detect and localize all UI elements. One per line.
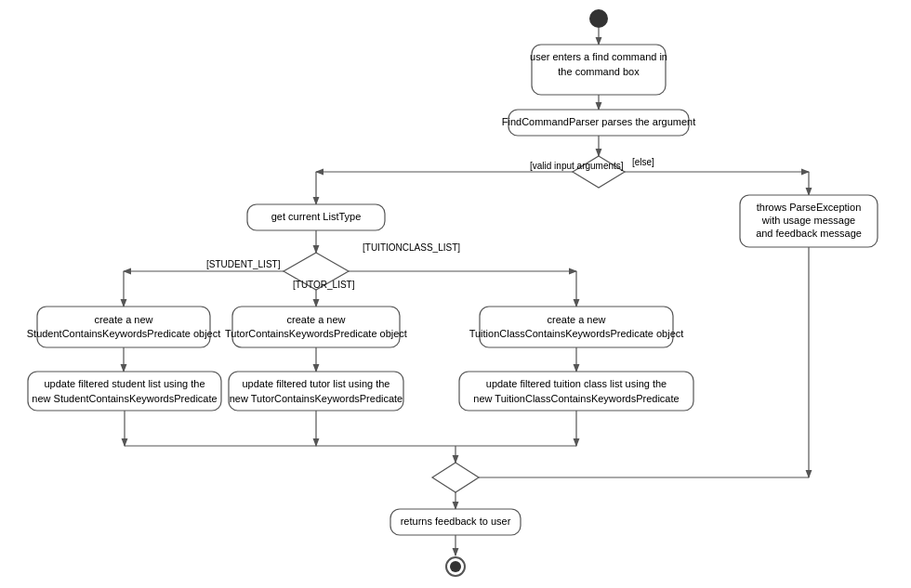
activity-diagram: user enters a find command in the comman… (0, 0, 911, 588)
create-tutor-text-2: TutorContainsKeywordsPredicate object (225, 328, 407, 339)
update-tuition-text-1: update filtered tuition class list using… (486, 378, 667, 389)
update-tutor-text-1: update filtered tutor list using the (243, 378, 390, 389)
get-listtype-text: get current ListType (271, 211, 362, 222)
enter-command-text-2: the command box (558, 66, 640, 77)
create-student-text-1: create a new (95, 314, 153, 325)
update-tuition-text-2: new TuitionClassContainsKeywordsPredicat… (473, 393, 679, 404)
tuition-list-label: [TUITIONCLASS_LIST] (363, 242, 460, 253)
valid-label: [valid input arguments] (530, 161, 624, 171)
update-student-text-2: new StudentContainsKeywordsPredicate (32, 393, 217, 404)
create-tutor-text-1: create a new (287, 314, 346, 325)
enter-command-text-1: user enters a find command in (530, 51, 667, 62)
tutor-list-label: [TUTOR_LIST] (293, 280, 355, 290)
start-node (589, 9, 608, 28)
throws-exception-text-2: with usage message (761, 215, 855, 226)
parse-text: FindCommandParser parses the argument (502, 116, 695, 127)
create-tuition-text-1: create a new (548, 314, 606, 325)
else-label: [else] (632, 157, 654, 167)
throws-exception-text-3: and feedback message (756, 228, 862, 239)
create-student-text-2: StudentContainsKeywordsPredicate object (27, 328, 221, 339)
throws-exception-text-1: throws ParseException (757, 202, 862, 213)
update-student-text-1: update filtered student list using the (44, 378, 205, 389)
decision3-diamond (432, 463, 479, 492)
create-tuition-text-2: TuitionClassContainsKeywordsPredicate ob… (469, 328, 684, 339)
returns-feedback-text: returns feedback to user (401, 516, 511, 527)
end-node-inner (450, 561, 461, 572)
student-list-label: [STUDENT_LIST] (206, 259, 281, 269)
update-tutor-text-2: new TutorContainsKeywordsPredicate (230, 393, 403, 404)
